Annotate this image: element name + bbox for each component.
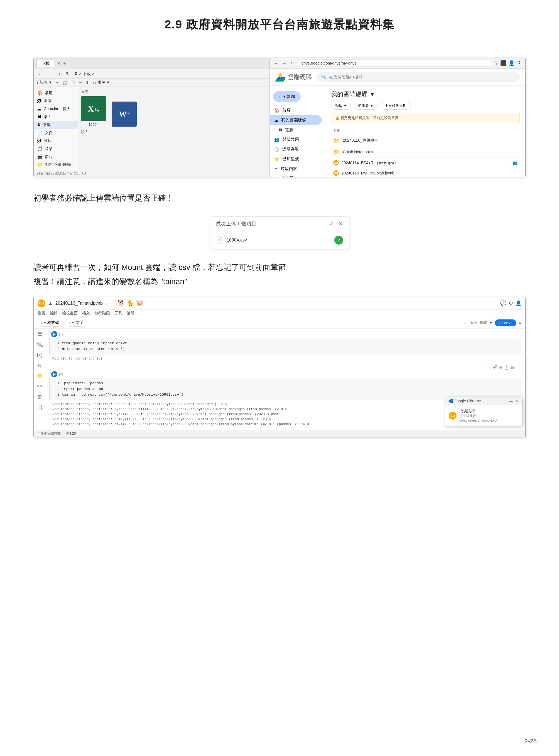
code-block-1[interactable]: 1 from google.colab import drive 2 drive… [49,338,522,354]
sidebar-item-documents[interactable]: 📄 文件 [34,129,78,137]
menu-icon[interactable]: ⋮ [517,60,522,66]
drive-sidebar-trash[interactable]: 🗑 垃圾桶 [270,174,322,177]
drive-titlebar: ← → ↻ drive.google.com/drive/my-drive ☆ … [270,58,525,69]
forward-button[interactable]: → [46,71,54,77]
drive-file-row-3[interactable]: CO 20240114_BS4+Requests.ipynb 👥 [331,158,520,168]
drive-url-bar[interactable]: drive.google.com/drive/my-drive [297,60,491,67]
browsers-row: 下載 ✕ + ← → ↑ ↻ 🖥 > 下載 > ↓ 新增 ▼ ✂ 📋 📄 ✏ [33,58,526,177]
date-filter-btn[interactable]: 上次修改日期 [381,102,410,110]
add-code-btn[interactable]: + + 程式碼 [38,319,62,327]
bookmark-sidebar-icon[interactable]: 📑 [37,404,43,410]
close-icon[interactable]: ✕ [57,61,61,66]
copy-btn[interactable]: 📋 [62,81,67,85]
settings-cell-icon[interactable]: ⚙ [499,365,502,369]
upload-check-icon[interactable]: ✓ [329,220,334,227]
drive-sidebar-spam[interactable]: ⚠ 垃圾內容 [270,164,322,174]
drive-file-row-4[interactable]: CO 20240116_MyFirstColab.ipynb [331,168,520,177]
sidebar-item-videos[interactable]: 🎬 影片 [34,153,78,161]
run-btn-1[interactable]: ▶ [51,331,57,337]
drive-new-btn[interactable]: + + 新增 [273,91,301,102]
file-item-10904[interactable]: X a, 10904 [81,96,106,127]
add-code-label: + 程式碼 [44,320,59,325]
cut-btn[interactable]: ✂ [56,81,59,85]
search-sidebar-icon[interactable]: 🔍 [37,341,43,347]
code-icon[interactable]: <> [37,384,43,389]
checkmark-icon: ✓ [464,321,467,325]
sidebar-item-gallery[interactable]: 🖼 圖庫 [34,97,78,105]
drive-sidebar-starred[interactable]: ⭐ 已加星號 [270,154,322,164]
delete-btn[interactable]: 🗑 [85,81,89,85]
cell-counter-1: [1] [59,332,63,336]
nav-path-text: 🖥 > 下載 > [73,71,94,76]
expand-icon[interactable]: ∧ [519,321,521,325]
drive-refresh-btn[interactable]: ↻ [289,60,295,66]
run-btn-2[interactable]: ▶ [51,371,57,377]
account-icon[interactable]: 👤 [509,60,515,66]
drive-search-bar[interactable]: 🔍 在雲端硬碟中搜尋 [316,72,520,82]
comment-icon[interactable]: 💬 [500,300,507,306]
spam-icon: ⚠ [274,166,278,171]
sidebar-item-pictures[interactable]: 🖼 圖片 [34,137,78,145]
connect-icon[interactable]: ⊙ [38,362,42,368]
colab-star-icon[interactable]: ☆ [106,301,109,305]
drive-back-btn[interactable]: ← [273,60,280,66]
sidebar-item-cloud[interactable]: ☁ ChauJan - 個人 [34,105,78,113]
explorer-tab-active[interactable]: 下載 [37,60,54,67]
settings-icon[interactable]: ⚙ [509,300,513,306]
dropdown-icon[interactable]: ▼ [489,321,493,325]
sidebar-item-data[interactable]: 📁 生活中的數據科學 [34,161,78,169]
drive-sidebar-shared[interactable]: 👥 與我共用 [270,135,322,144]
add-text-btn[interactable]: + + 文字 [65,319,86,327]
user-filter-btn[interactable]: 使用者 ▼ [354,102,378,110]
menu-insert[interactable]: 插入 [82,311,90,316]
sidebar-item-desktop[interactable]: 🖥 桌面 [34,113,78,121]
menu-file[interactable]: 檔案 [38,311,45,316]
menu-runtime[interactable]: 執行階段 [94,311,110,316]
upload-close-icon[interactable]: ✕ [338,220,343,227]
trash-cell-icon[interactable]: 🗑 [511,365,514,369]
menu-view[interactable]: 檢視畫面 [62,311,78,316]
new-toolbar-btn[interactable]: ↓ 新增 ▼ [37,80,52,85]
drive-file-row-1[interactable]: 📁 20240110_專題報告 [331,135,520,146]
sort-btn[interactable]: ↑↓ 排序 ▼ [92,80,110,85]
down-arrow-icon[interactable]: ↓ [489,365,491,369]
explorer-sidebar: 🏠 常用 🖼 圖庫 ☁ ChauJan - 個人 🖥 桌面 [34,87,78,170]
refresh-button[interactable]: ↻ [64,71,71,77]
drive-sidebar-mydrive[interactable]: ☁ 我的雲端硬碟 [270,115,322,125]
account-colab-icon[interactable]: 👤 [515,300,521,306]
drive-forward-btn[interactable]: → [281,60,288,66]
new-tab-icon[interactable]: + [63,61,66,67]
rename-btn[interactable]: ✏ [79,81,82,85]
notif-close-icon[interactable]: ✕ [515,399,518,403]
explorer-status: 21個項目 已選取1個項目 2.18 KB [34,170,269,177]
back-button[interactable]: ← [37,71,44,77]
grid-icon[interactable]: ⊞ [38,394,42,400]
menu-help[interactable]: 說明 [127,311,134,316]
drive-sidebar-computer[interactable]: 🖥 電腦 [270,125,322,135]
drive-main: 我的雲端硬碟 ▼ 類型 ▼ 使用者 ▼ 上次修改日期 🔒 變更更起始頁員嗎？目前… [326,86,525,177]
bookmark-icon[interactable]: ☆ [494,60,498,66]
sidebar-label-desktop: 桌面 [44,114,51,119]
menu-hamburger-icon[interactable]: ☰ [38,331,42,337]
colab-ai-btn[interactable]: Colab AI [495,319,516,326]
copy-cell-icon[interactable]: 📋 [504,365,509,369]
drive-sidebar-home[interactable]: 🏠 首頁 [270,106,322,115]
drive-file-row-2[interactable]: 📁 Colab Notebooks [331,146,520,158]
sidebar-item-downloads[interactable]: ⬇ 下載 [34,121,78,129]
folder-sidebar-icon[interactable]: 📁 [37,373,43,379]
more-icon[interactable]: ⋮ [516,365,520,369]
drive-sidebar-recent[interactable]: 🕒 近期存取 [270,144,322,154]
notif-minimize-icon[interactable]: — [509,399,513,403]
file-item-word[interactable]: W ≡ [112,101,137,127]
sidebar-item-music[interactable]: 🎵 音樂 [34,145,78,153]
extensions-icon[interactable]: ⬛ [500,60,507,66]
link-icon[interactable]: 🔗 [492,365,497,369]
menu-edit[interactable]: 編輯 [50,311,58,316]
type-filter-btn[interactable]: 類型 ▼ [331,102,351,110]
up-button[interactable]: ↑ [57,71,62,77]
up-arrow-icon[interactable]: ↑ [485,365,487,369]
code-sidebar-icon[interactable]: {x} [37,352,43,358]
sidebar-item-home[interactable]: 🏠 常用 [34,89,78,97]
paste-btn[interactable]: 📄 [70,81,75,85]
menu-tools[interactable]: 工具 [114,311,122,316]
